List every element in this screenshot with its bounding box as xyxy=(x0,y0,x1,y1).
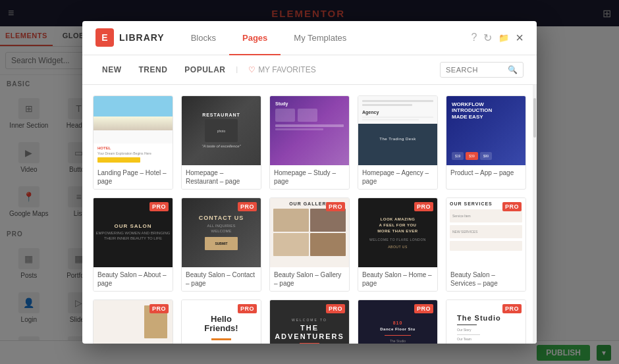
tab-blocks[interactable]: Blocks xyxy=(178,21,229,55)
filter-trend-button[interactable]: TREND xyxy=(132,63,175,77)
folder-button[interactable]: 📁 xyxy=(498,33,509,43)
modal-tabs: Blocks Pages My Templates xyxy=(178,21,471,55)
search-icon: 🔍 xyxy=(508,65,518,74)
template-restaurant[interactable]: RESTAURANT photo "A taste of excellence"… xyxy=(181,95,261,190)
library-modal: E LIBRARY Blocks Pages My Templates ? ↻ … xyxy=(82,21,537,344)
modal-logo: E LIBRARY xyxy=(95,28,165,47)
pro-badge-beauty-gallery: PRO xyxy=(326,202,345,211)
modal-toolbar: NEW TREND POPULAR | ♡ MY FAVORITES 🔍 xyxy=(82,55,537,85)
pro-badge-hello: PRO xyxy=(238,304,257,313)
template-agency[interactable]: Agency The Trading Desk Homepage – Agenc… xyxy=(358,95,438,190)
pro-badge-beauty-home: PRO xyxy=(414,202,433,211)
restaurant-label: Homepage – Restaurant – page xyxy=(182,165,261,189)
favorites-button[interactable]: ♡ MY FAVORITES xyxy=(242,63,323,77)
template-about-us[interactable]: AboutUs How it all began————— PRO About … xyxy=(93,299,173,344)
template-beauty-contact[interactable]: CONTACT US ALL INQUIRIESWELCOME SUBMIT P… xyxy=(181,197,261,292)
pro-badge-adventurers: PRO xyxy=(326,304,345,313)
close-button[interactable]: × xyxy=(516,30,524,45)
template-beauty-gallery[interactable]: OUR GALLERY PRO Beauty Salon – Gallery –… xyxy=(269,197,350,292)
template-dance[interactable]: 810 Dance Floor Stu The StudioOur Story … xyxy=(358,299,438,344)
templates-grid: HOTEL Your Dream Exploration Begins Here… xyxy=(82,85,537,344)
pro-badge-beauty-contact: PRO xyxy=(238,202,257,211)
template-hello[interactable]: HelloFriends! Lorem ipsum dolorsit amet … xyxy=(181,299,261,344)
beauty-home-label: Beauty Salon – Home – page xyxy=(358,267,437,291)
template-beauty-about[interactable]: OUR SALON EMPOWERING WOMEN AND BRINGINGT… xyxy=(93,197,173,292)
template-studio[interactable]: The Studio Our Story———————Our Team READ… xyxy=(446,299,526,344)
modal-header: E LIBRARY Blocks Pages My Templates ? ↻ … xyxy=(82,21,537,55)
filter-new-button[interactable]: NEW xyxy=(95,63,128,77)
study-label: Homepage – Study – page xyxy=(270,165,349,189)
modal-body[interactable]: HOTEL Your Dream Exploration Begins Here… xyxy=(82,85,537,344)
template-study[interactable]: Study Homepage – Study – page xyxy=(269,95,350,190)
heart-icon: ♡ xyxy=(248,65,256,74)
pro-badge-studio: PRO xyxy=(502,304,522,313)
tab-pages[interactable]: Pages xyxy=(229,21,281,55)
thumb-restaurant: RESTAURANT photo "A taste of excellence" xyxy=(182,96,261,165)
agency-label: Homepage – Agency – page xyxy=(358,165,437,189)
pro-badge-beauty-about: PRO xyxy=(149,202,169,211)
filter-popular-button[interactable]: POPULAR xyxy=(178,63,232,77)
template-adventurers[interactable]: WELCOME TO TheAdventurers EXPLORE THE WO… xyxy=(269,299,350,344)
beauty-gallery-label: Beauty Salon – Gallery – page xyxy=(270,267,349,291)
thumb-hotel: HOTEL Your Dream Exploration Begins Here xyxy=(94,96,173,165)
modal-overlay: E LIBRARY Blocks Pages My Templates ? ↻ … xyxy=(0,0,619,364)
template-beauty-services[interactable]: OUR SERVICES Service Item NEW SERVICES P… xyxy=(446,197,526,292)
scrollbar-track xyxy=(533,85,537,344)
template-beauty-home[interactable]: LOOK AMAZINGA FEEL FOR YOUMORE THAN EVER… xyxy=(358,197,438,292)
thumb-study: Study xyxy=(270,96,349,165)
search-box: 🔍 xyxy=(440,62,524,78)
help-button[interactable]: ? xyxy=(471,32,477,43)
thumb-product: WORKFLOWINTRODUCTIONMADE EASY $19 $39 $9… xyxy=(446,96,525,165)
tab-my-templates[interactable]: My Templates xyxy=(281,21,360,55)
template-hotel[interactable]: HOTEL Your Dream Exploration Begins Here… xyxy=(93,95,173,190)
beauty-services-label: Beauty Salon – Services – page xyxy=(446,267,525,291)
beauty-about-label: Beauty Salon – About – page xyxy=(94,267,173,291)
pro-badge-about-us: PRO xyxy=(149,304,169,313)
modal-logo-icon: E xyxy=(95,28,114,47)
scrollbar-thumb[interactable] xyxy=(533,98,536,138)
product-label: Product – App – page xyxy=(446,165,525,180)
template-product[interactable]: WORKFLOWINTRODUCTIONMADE EASY $19 $39 $9… xyxy=(446,95,526,190)
favorites-label: MY FAVORITES xyxy=(258,65,316,74)
pro-badge-dance: PRO xyxy=(414,304,433,313)
beauty-contact-label: Beauty Salon – Contact – page xyxy=(182,267,261,291)
thumb-agency: Agency The Trading Desk xyxy=(358,96,437,165)
filter-separator: | xyxy=(236,66,238,73)
refresh-button[interactable]: ↻ xyxy=(483,32,492,44)
modal-logo-text: LIBRARY xyxy=(119,32,165,43)
pro-badge-beauty-services: PRO xyxy=(502,202,522,211)
search-input[interactable] xyxy=(446,66,505,74)
modal-header-actions: ? ↻ 📁 × xyxy=(471,30,524,45)
hotel-label: Landing Page – Hotel – page xyxy=(94,165,173,189)
